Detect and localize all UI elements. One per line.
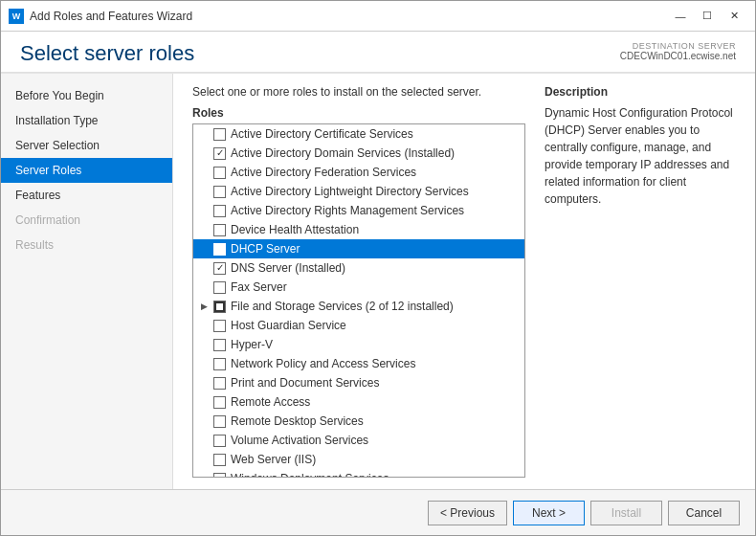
spacer-volume-activation [197, 434, 211, 447]
spacer-hyper-v [197, 338, 211, 351]
role-item-dns[interactable]: DNS Server (Installed) [193, 258, 524, 278]
spacer-print-doc [197, 376, 211, 390]
role-item-ad-cert[interactable]: Active Directory Certificate Services [193, 124, 524, 144]
role-label-ad-lightweight: Active Directory Lightweight Directory S… [231, 185, 469, 198]
checkbox-windows-deployment[interactable] [213, 473, 226, 478]
roles-panel: Select one or more roles to install on t… [192, 85, 525, 478]
role-label-ad-domain: Active Directory Domain Services (Instal… [231, 146, 455, 160]
checkbox-dhcp[interactable] [213, 243, 226, 256]
role-label-ad-federation: Active Directory Federation Services [231, 166, 416, 179]
spacer-ad-lightweight [197, 185, 211, 198]
title-bar-controls: — ☐ ✕ [667, 7, 747, 26]
minimize-button[interactable]: — [667, 7, 694, 26]
footer: < Previous Next > Install Cancel [1, 489, 755, 535]
sidebar-item-installation-type[interactable]: Installation Type [1, 108, 172, 133]
sidebar: Before You Begin Installation Type Serve… [1, 74, 173, 489]
spacer-network-policy [197, 357, 211, 370]
role-item-device-health[interactable]: Device Health Attestation [193, 220, 524, 239]
checkbox-file-storage[interactable] [213, 301, 226, 313]
checkbox-ad-cert[interactable] [213, 128, 226, 141]
checkbox-host-guardian[interactable] [213, 320, 226, 332]
role-item-ad-federation[interactable]: Active Directory Federation Services [193, 163, 524, 182]
spacer-ad-rights [197, 204, 211, 217]
checkbox-remote-access[interactable] [213, 396, 226, 409]
roles-list[interactable]: Active Directory Certificate Services Ac… [193, 124, 524, 477]
sidebar-item-before-you-begin[interactable]: Before You Begin [1, 83, 172, 108]
role-label-dns: DNS Server (Installed) [231, 261, 345, 275]
role-item-ad-rights[interactable]: Active Directory Rights Management Servi… [193, 201, 524, 220]
role-item-web-server[interactable]: Web Server (IIS) [193, 450, 524, 469]
spacer-ad-federation [197, 166, 211, 179]
destination-server: DESTINATION SERVER CDECWinDC01.ecwise.ne… [620, 41, 736, 61]
role-item-file-storage[interactable]: ▶File and Storage Services (2 of 12 inst… [193, 297, 524, 316]
checkbox-ad-domain[interactable] [213, 147, 226, 160]
role-label-host-guardian: Host Guardian Service [231, 319, 346, 332]
role-item-fax[interactable]: Fax Server [193, 278, 524, 297]
role-item-print-doc[interactable]: Print and Document Services [193, 373, 524, 392]
checkbox-web-server[interactable] [213, 454, 226, 466]
spacer-device-health [197, 223, 211, 236]
window-title: Add Roles and Features Wizard [30, 10, 192, 23]
role-item-windows-deployment[interactable]: Windows Deployment Services [193, 469, 524, 477]
roles-column-header: Roles [192, 106, 525, 120]
previous-button[interactable]: < Previous [428, 501, 507, 525]
role-label-windows-deployment: Windows Deployment Services [231, 472, 389, 477]
main-window: W Add Roles and Features Wizard — ☐ ✕ Se… [0, 0, 756, 536]
sidebar-item-features[interactable]: Features [1, 183, 172, 208]
spacer-fax [197, 280, 211, 294]
spacer-ad-domain [197, 146, 211, 160]
app-icon: W [9, 9, 24, 24]
roles-instruction: Select one or more roles to install on t… [192, 85, 525, 99]
maximize-button[interactable]: ☐ [694, 7, 721, 26]
spacer-remote-desktop [197, 414, 211, 428]
description-panel: Description Dynamic Host Configuration P… [545, 85, 736, 478]
role-item-hyper-v[interactable]: Hyper-V [193, 335, 524, 354]
checkbox-network-policy[interactable] [213, 358, 226, 370]
spacer-remote-access [197, 395, 211, 409]
checkbox-remote-desktop[interactable] [213, 415, 226, 428]
spacer-ad-cert [197, 127, 211, 141]
role-item-ad-domain[interactable]: Active Directory Domain Services (Instal… [193, 144, 524, 163]
description-text: Dynamic Host Configuration Protocol (DHC… [545, 104, 736, 208]
role-label-ad-rights: Active Directory Rights Management Servi… [231, 204, 464, 217]
checkbox-volume-activation[interactable] [213, 435, 226, 447]
spacer-dhcp [197, 242, 211, 256]
sidebar-item-results: Results [1, 233, 172, 257]
role-item-remote-access[interactable]: Remote Access [193, 392, 524, 412]
checkbox-fax[interactable] [213, 281, 226, 294]
destination-name: CDECWinDC01.ecwise.net [620, 51, 736, 61]
spacer-windows-deployment [197, 472, 211, 477]
role-label-file-storage: File and Storage Services (2 of 12 insta… [231, 300, 454, 313]
sidebar-item-server-roles[interactable]: Server Roles [1, 158, 172, 183]
role-item-host-guardian[interactable]: Host Guardian Service [193, 316, 524, 335]
checkbox-hyper-v[interactable] [213, 339, 226, 351]
role-label-dhcp: DHCP Server [231, 242, 300, 256]
checkbox-device-health[interactable] [213, 224, 226, 236]
close-button[interactable]: ✕ [721, 7, 747, 26]
sidebar-item-server-selection[interactable]: Server Selection [1, 133, 172, 158]
role-item-volume-activation[interactable]: Volume Activation Services [193, 431, 524, 450]
role-item-remote-desktop[interactable]: Remote Desktop Services [193, 412, 524, 431]
role-label-fax: Fax Server [231, 280, 287, 294]
description-header: Description [545, 85, 736, 99]
checkbox-print-doc[interactable] [213, 377, 226, 390]
checkbox-ad-rights[interactable] [213, 205, 226, 217]
cancel-button[interactable]: Cancel [668, 501, 740, 525]
install-button: Install [590, 501, 662, 525]
checkbox-ad-federation[interactable] [213, 167, 226, 179]
role-label-hyper-v: Hyper-V [231, 338, 273, 351]
page-title: Select server roles [20, 41, 194, 66]
checkbox-ad-lightweight[interactable] [213, 186, 226, 198]
role-label-network-policy: Network Policy and Access Services [231, 357, 415, 370]
spacer-host-guardian [197, 319, 211, 332]
role-item-ad-lightweight[interactable]: Active Directory Lightweight Directory S… [193, 182, 524, 201]
title-bar: W Add Roles and Features Wizard — ☐ ✕ [1, 1, 755, 32]
checkbox-dns[interactable] [213, 262, 226, 275]
next-button[interactable]: Next > [513, 501, 585, 525]
role-label-device-health: Device Health Attestation [231, 223, 359, 236]
role-label-web-server: Web Server (IIS) [231, 453, 316, 466]
role-item-network-policy[interactable]: Network Policy and Access Services [193, 354, 524, 373]
role-item-dhcp[interactable]: DHCP Server [193, 239, 524, 258]
roles-list-container: Active Directory Certificate Services Ac… [192, 123, 525, 478]
destination-label: DESTINATION SERVER [620, 41, 736, 51]
